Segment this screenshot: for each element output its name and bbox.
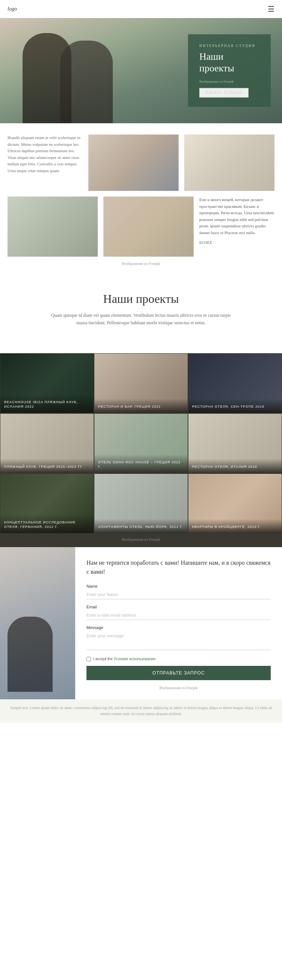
project-card-7[interactable]: КОНЦЕПТУАЛЬНОЕ ИССЛЕДОВАНИЕ ОТЕЛЯ, ГЕРМА… bbox=[0, 474, 94, 534]
project-grid: BEACHHOUSE IBIZA ПЛЯЖНЫЙ КЛУБ, ИСПАНИЯ 2… bbox=[0, 353, 282, 547]
contact-freepik-caption: Изображения из Freepik bbox=[86, 684, 271, 692]
hero-subtitle: ИНТЕРЬЕРНАЯ СТУДИЯ bbox=[199, 44, 260, 48]
project-card-3-overlay: РЕСТОРАН ОТЕЛЯ, СЕН-ТРОПЕ 2019 bbox=[188, 399, 282, 413]
hero-section: ИНТЕРЬЕРНАЯ СТУДИЯ Наши проекты Изображе… bbox=[0, 18, 282, 123]
gallery-freepik-caption: Изображение из Freepik bbox=[8, 259, 274, 273]
contact-form: Name Email Message I accept the Условия … bbox=[86, 584, 271, 684]
project-card-6[interactable]: РЕСТОРАН ОТЕЛЯ, ИТАЛИЯ 2019 bbox=[188, 414, 282, 474]
project-row-2: ПЛЯЖНЫЙ КЛУБ, ГРЕЦИЯ 2015–2022 ГГ. ОТЕЛЬ… bbox=[0, 414, 282, 474]
project-card-6-overlay: РЕСТОРАН ОТЕЛЯ, ИТАЛИЯ 2019 bbox=[188, 459, 282, 473]
project-card-6-title: РЕСТОРАН ОТЕЛЯ, ИТАЛИЯ 2019 bbox=[192, 465, 278, 469]
terms-row: I accept the Условия использования bbox=[86, 657, 271, 661]
gallery-bottom-row: Este к много вещей, которые делают прост… bbox=[8, 197, 274, 257]
terms-label: I accept the Условия использования bbox=[93, 657, 155, 661]
email-label: Email bbox=[86, 605, 271, 609]
terms-link[interactable]: Условия использования bbox=[113, 657, 155, 661]
hero-cta-button[interactable]: УЗНАТЬ БОЛЬШЕ bbox=[199, 88, 249, 98]
message-field-group: Message bbox=[86, 625, 271, 652]
project-card-4-overlay: ПЛЯЖНЫЙ КЛУБ, ГРЕЦИЯ 2015–2022 ГГ. bbox=[0, 459, 94, 473]
contact-section: Нам не терпится поработать с вами! Напиш… bbox=[0, 547, 282, 699]
project-card-4[interactable]: ПЛЯЖНЫЙ КЛУБ, ГРЕЦИЯ 2015–2022 ГГ. bbox=[0, 414, 94, 474]
gallery-right-text: Este к много вещей, которые делают прост… bbox=[199, 197, 274, 257]
project-card-1-overlay: BEACHHOUSE IBIZA ПЛЯЖНЫЙ КЛУБ, ИСПАНИЯ 2… bbox=[0, 394, 94, 413]
projects-description: Quam quisque id diam vel quam elementum.… bbox=[47, 312, 235, 327]
project-freepik-caption: Изображения из Freepik bbox=[0, 534, 282, 547]
contact-form-container: Нам не терпится поработать с вами! Напиш… bbox=[75, 547, 282, 699]
gallery-image-3 bbox=[8, 197, 98, 257]
project-card-3[interactable]: РЕСТОРАН ОТЕЛЯ, СЕН-ТРОПЕ 2019 bbox=[188, 353, 282, 414]
project-card-8-overlay: АПАРТАМЕНТЫ ОТЕЛЬ, НЬЮ-ЙОРК, 2011 Г. bbox=[94, 519, 188, 533]
email-input[interactable] bbox=[86, 611, 271, 620]
message-label: Message bbox=[86, 625, 271, 630]
project-row-3: КОНЦЕПТУАЛЬНОЕ ИССЛЕДОВАНИЕ ОТЕЛЯ, ГЕРМА… bbox=[0, 474, 282, 534]
projects-section: Наши проекты Quam quisque id diam vel qu… bbox=[0, 277, 282, 353]
gallery-text-block: Blandit aliquam etiam at velit scelerisq… bbox=[8, 135, 83, 191]
email-field-group: Email bbox=[86, 605, 271, 620]
project-row-1: BEACHHOUSE IBIZA ПЛЯЖНЫЙ КЛУБ, ИСПАНИЯ 2… bbox=[0, 353, 282, 414]
contact-heading: Нам не терпится поработать с вами! Напиш… bbox=[86, 558, 271, 576]
gallery-image-1 bbox=[88, 135, 178, 191]
hero-overlay: ИНТЕРЬЕРНАЯ СТУДИЯ Наши проекты Изображе… bbox=[188, 34, 271, 107]
project-card-2-overlay: РЕСТОРАН И БАР, ГРЕЦИЯ 2021 bbox=[94, 399, 188, 413]
project-card-1-title: BEACHHOUSE IBIZA ПЛЯЖНЫЙ КЛУБ, ИСПАНИЯ 2… bbox=[4, 400, 90, 409]
contact-figure bbox=[0, 547, 75, 699]
projects-title: Наши проекты bbox=[8, 292, 274, 306]
project-card-2[interactable]: РЕСТОРАН И БАР, ГРЕЦИЯ 2021 bbox=[94, 353, 188, 414]
project-card-8[interactable]: АПАРТАМЕНТЫ ОТЕЛЬ, НЬЮ-ЙОРК, 2011 Г. bbox=[94, 474, 188, 534]
menu-icon[interactable]: ☰ bbox=[268, 5, 274, 14]
hero-image-credit: Изображение из Freepik bbox=[199, 80, 260, 84]
gallery-top-row: Blandit aliquam etiam at velit scelerisq… bbox=[8, 135, 274, 191]
header: logo ☰ bbox=[0, 0, 282, 18]
project-card-5[interactable]: ОТЕЛЬ SOHO ROC HOUSE – ГРЕЦИЯ 2012 Г. bbox=[94, 414, 188, 474]
project-card-5-overlay: ОТЕЛЬ SOHO ROC HOUSE – ГРЕЦИЯ 2012 Г. bbox=[94, 454, 188, 473]
gallery-section: Blandit aliquam etiam at velit scelerisq… bbox=[0, 123, 282, 277]
project-card-9-overlay: КВАРТИРЫ В КРОЙЦБЕРГЕ, 2010 Г. bbox=[188, 519, 282, 533]
name-label: Name bbox=[86, 584, 271, 589]
project-card-4-title: ПЛЯЖНЫЙ КЛУБ, ГРЕЦИЯ 2015–2022 ГГ. bbox=[4, 465, 90, 469]
project-card-3-title: РЕСТОРАН ОТЕЛЯ, СЕН-ТРОПЕ 2019 bbox=[192, 404, 278, 409]
gallery-more-link[interactable]: БОЛЕЕ bbox=[199, 239, 274, 246]
hero-title: Наши проекты bbox=[199, 51, 260, 74]
name-field-group: Name bbox=[86, 584, 271, 599]
project-card-9-title: КВАРТИРЫ В КРОЙЦБЕРГЕ, 2010 Г. bbox=[192, 525, 278, 530]
project-card-7-title: КОНЦЕПТУАЛЬНОЕ ИССЛЕДОВАНИЕ ОТЕЛЯ, ГЕРМА… bbox=[4, 520, 90, 530]
project-card-9[interactable]: КВАРТИРЫ В КРОЙЦБЕРГЕ, 2010 Г. bbox=[188, 474, 282, 534]
project-card-2-title: РЕСТОРАН И БАР, ГРЕЦИЯ 2021 bbox=[98, 404, 184, 409]
project-card-7-overlay: КОНЦЕПТУАЛЬНОЕ ИССЛЕДОВАНИЕ ОТЕЛЯ, ГЕРМА… bbox=[0, 514, 94, 533]
project-card-5-title: ОТЕЛЬ SOHO ROC HOUSE – ГРЕЦИЯ 2012 Г. bbox=[98, 460, 184, 469]
gallery-image-4 bbox=[104, 197, 194, 257]
project-card-1[interactable]: BEACHHOUSE IBIZA ПЛЯЖНЫЙ КЛУБ, ИСПАНИЯ 2… bbox=[0, 353, 94, 414]
gallery-image-2 bbox=[184, 135, 274, 191]
message-textarea[interactable] bbox=[86, 631, 271, 650]
project-card-8-title: АПАРТАМЕНТЫ ОТЕЛЬ, НЬЮ-ЙОРК, 2011 Г. bbox=[98, 525, 184, 530]
submit-button[interactable]: Отправьте запрос bbox=[86, 666, 271, 680]
terms-checkbox[interactable] bbox=[86, 657, 91, 661]
footer: Sample text. Lorem ipsum dolor sit amet,… bbox=[0, 699, 282, 722]
logo: logo bbox=[8, 6, 17, 12]
name-input[interactable] bbox=[86, 590, 271, 599]
footer-text: Sample text. Lorem ipsum dolor sit amet,… bbox=[8, 705, 274, 717]
contact-image bbox=[0, 547, 75, 699]
